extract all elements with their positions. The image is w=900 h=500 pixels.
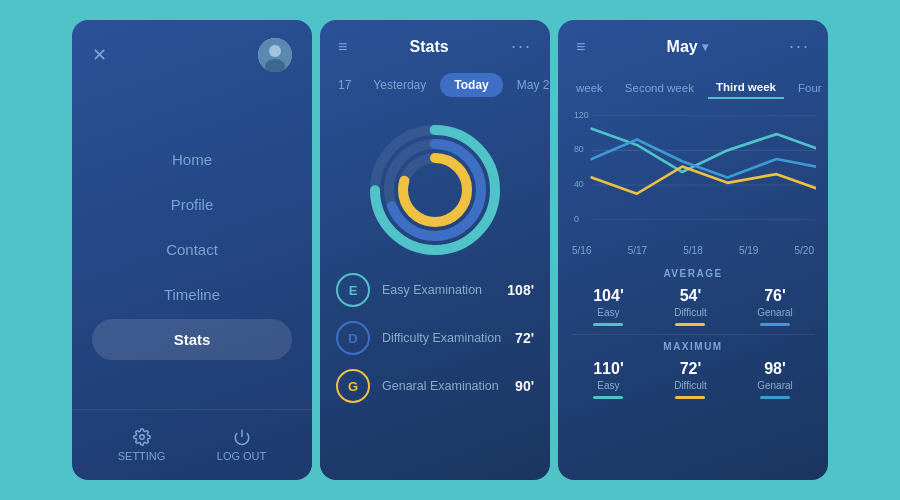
easy-value: 108' [507, 282, 534, 298]
avg-difficult-line [675, 323, 705, 326]
badge-e: E [336, 273, 370, 307]
nav-item-stats[interactable]: Stats [92, 319, 292, 360]
dropdown-arrow[interactable]: ▾ [702, 40, 708, 54]
max-easy-line [593, 396, 623, 399]
week-item-four[interactable]: Four [790, 78, 828, 98]
weeks-row: week Second week Third week Four [558, 73, 828, 103]
nav-menu: Home Profile Contact Timeline Stats [72, 90, 312, 409]
tab-yesterday[interactable]: Yesterday [365, 74, 434, 96]
week-item-second[interactable]: Second week [617, 78, 702, 98]
easy-label: Easy Examination [382, 283, 495, 297]
right-menu-icon[interactable]: ≡ [576, 38, 585, 56]
max-easy: 110' Easy [593, 360, 624, 399]
avg-genaral-line [760, 323, 790, 326]
badge-d: D [336, 321, 370, 355]
chart-area [320, 105, 550, 265]
menu-icon[interactable]: ≡ [338, 38, 347, 56]
difficulty-label: Difficulty Examination [382, 331, 503, 345]
nav-item-home[interactable]: Home [72, 139, 312, 180]
max-easy-value: 110' [593, 360, 624, 378]
middle-panel: ≡ Stats ··· 17 Yesterday Today May 20 Ma… [320, 20, 550, 480]
gear-icon [133, 428, 151, 446]
average-grid: 104' Easy 54' Difficult 76' Genaral [558, 283, 828, 334]
may-title: May [667, 38, 698, 56]
x-label-5: 5/20 [795, 245, 814, 256]
top-bar: ✕ [72, 20, 312, 90]
svg-text:40: 40 [574, 179, 584, 189]
max-genaral-line [760, 396, 790, 399]
svg-point-1 [269, 45, 281, 57]
avg-easy-label: Easy [597, 307, 619, 318]
tabs-row: 17 Yesterday Today May 20 May [320, 73, 550, 97]
may-header: May ▾ [667, 38, 708, 56]
week-item-third[interactable]: Third week [708, 77, 784, 99]
bottom-bar: SETTING LOG OUT [72, 409, 312, 480]
avg-genaral-label: Genaral [757, 307, 793, 318]
left-panel: ✕ Home Profile Contact Timeline Stats [72, 20, 312, 480]
x-label-2: 5/17 [628, 245, 647, 256]
max-genaral-label: Genaral [757, 380, 793, 391]
badge-g: G [336, 369, 370, 403]
max-difficult-value: 72' [680, 360, 702, 378]
stat-row-easy: E Easy Examination 108' [336, 273, 534, 307]
more-icon[interactable]: ··· [511, 36, 532, 57]
logout-button[interactable]: LOG OUT [217, 428, 267, 462]
tab-17[interactable]: 17 [330, 74, 359, 96]
nav-item-contact[interactable]: Contact [72, 229, 312, 270]
avatar [258, 38, 292, 72]
x-label-3: 5/18 [683, 245, 702, 256]
avg-easy-value: 104' [593, 287, 624, 305]
setting-button[interactable]: SETTING [118, 428, 166, 462]
max-difficult: 72' Difficult [674, 360, 707, 399]
max-genaral: 98' Genaral [757, 360, 793, 399]
max-difficult-line [675, 396, 705, 399]
avg-genaral-value: 76' [764, 287, 786, 305]
week-item-1[interactable]: week [568, 78, 611, 98]
avg-difficult-label: Difficult [674, 307, 707, 318]
avg-genaral: 76' Genaral [757, 287, 793, 326]
maximum-section-label: MAXIMUM [558, 335, 828, 356]
maximum-grid: 110' Easy 72' Difficult 98' Genaral [558, 356, 828, 407]
close-icon[interactable]: ✕ [92, 44, 107, 66]
genaral-label: Genaral Examination [382, 379, 503, 393]
avg-difficult-value: 54' [680, 287, 702, 305]
tab-may20[interactable]: May 20 [509, 74, 550, 96]
right-panel-header: ≡ May ▾ ··· [558, 20, 828, 73]
power-icon [233, 428, 251, 446]
logout-label: LOG OUT [217, 450, 267, 462]
stats-list: E Easy Examination 108' D Difficulty Exa… [320, 265, 550, 411]
x-label-4: 5/19 [739, 245, 758, 256]
setting-label: SETTING [118, 450, 166, 462]
stats-title: Stats [410, 38, 449, 56]
avg-easy: 104' Easy [593, 287, 624, 326]
middle-panel-header: ≡ Stats ··· [320, 20, 550, 73]
average-section-label: AVERAGE [558, 262, 828, 283]
tab-today[interactable]: Today [440, 73, 502, 97]
max-genaral-value: 98' [764, 360, 786, 378]
svg-text:80: 80 [574, 144, 584, 154]
circular-chart [365, 120, 505, 260]
nav-item-timeline[interactable]: Timeline [72, 274, 312, 315]
genaral-value: 90' [515, 378, 534, 394]
avg-difficult: 54' Difficult [674, 287, 707, 326]
difficulty-value: 72' [515, 330, 534, 346]
max-difficult-label: Difficult [674, 380, 707, 391]
graph-area: 120 80 40 0 [558, 103, 828, 243]
max-easy-label: Easy [597, 380, 619, 391]
screens-container: ✕ Home Profile Contact Timeline Stats [0, 0, 900, 500]
svg-point-3 [139, 435, 144, 440]
avg-easy-line [593, 323, 623, 326]
x-label-1: 5/16 [572, 245, 591, 256]
x-axis: 5/16 5/17 5/18 5/19 5/20 [558, 243, 828, 262]
right-more-icon[interactable]: ··· [789, 36, 810, 57]
svg-text:0: 0 [574, 213, 579, 223]
svg-text:120: 120 [574, 109, 589, 119]
nav-item-profile[interactable]: Profile [72, 184, 312, 225]
right-panel: ≡ May ▾ ··· week Second week Third week … [558, 20, 828, 480]
stat-row-genaral: G Genaral Examination 90' [336, 369, 534, 403]
stat-row-difficulty: D Difficulty Examination 72' [336, 321, 534, 355]
